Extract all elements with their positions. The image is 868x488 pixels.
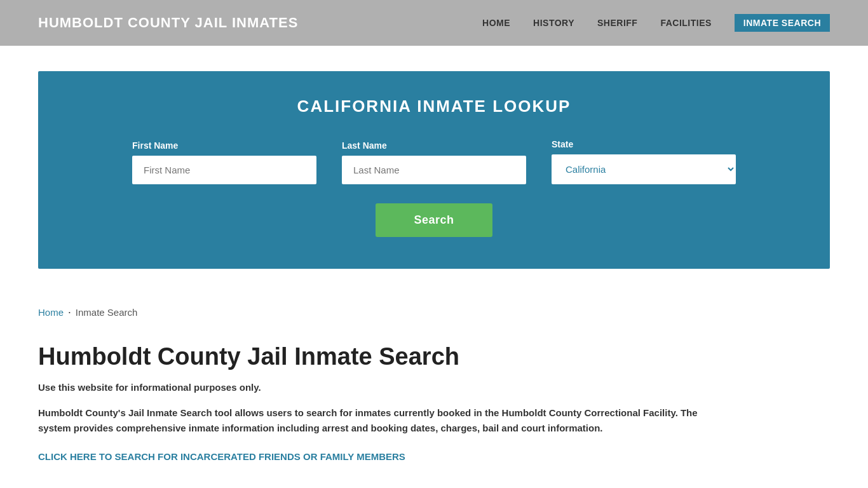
nav-sheriff[interactable]: SHERIFF <box>597 18 637 28</box>
nav-history[interactable]: HISTORY <box>533 18 574 28</box>
main-nav: HOME HISTORY SHERIFF FACILITIES INMATE S… <box>482 14 830 32</box>
breadcrumb: Home • Inmate Search <box>0 294 868 324</box>
last-name-group: Last Name <box>342 140 526 184</box>
search-fields-row: First Name Last Name State California <box>76 139 792 184</box>
last-name-label: Last Name <box>342 140 526 151</box>
nav-home[interactable]: HOME <box>482 18 510 28</box>
breadcrumb-current: Inmate Search <box>76 307 138 318</box>
breadcrumb-home-link[interactable]: Home <box>38 307 64 318</box>
search-btn-row: Search <box>76 203 792 237</box>
site-header: HUMBOLDT COUNTY JAIL INMATES HOME HISTOR… <box>0 0 868 46</box>
cta-link[interactable]: CLICK HERE to Search for Incarcerated Fr… <box>38 451 405 462</box>
main-subtitle: Use this website for informational purpo… <box>38 382 830 393</box>
main-description: Humboldt County's Jail Inmate Search too… <box>38 405 705 436</box>
nav-inmate-search[interactable]: INMATE SEARCH <box>735 14 830 32</box>
search-panel-title: CALIFORNIA INMATE LOOKUP <box>76 97 792 116</box>
state-group: State California <box>552 139 736 184</box>
last-name-input[interactable] <box>342 156 526 184</box>
nav-facilities[interactable]: FACILITIES <box>660 18 711 28</box>
site-title: HUMBOLDT COUNTY JAIL INMATES <box>38 15 298 31</box>
state-label: State <box>552 139 736 149</box>
breadcrumb-separator: • <box>69 309 71 315</box>
state-select[interactable]: California <box>552 154 736 184</box>
first-name-label: First Name <box>132 140 316 151</box>
page-heading: Humboldt County Jail Inmate Search <box>38 343 830 370</box>
first-name-input[interactable] <box>132 156 316 184</box>
search-button[interactable]: Search <box>376 203 492 237</box>
first-name-group: First Name <box>132 140 316 184</box>
search-panel: CALIFORNIA INMATE LOOKUP First Name Last… <box>38 71 830 269</box>
main-content: Humboldt County Jail Inmate Search Use t… <box>0 324 868 488</box>
